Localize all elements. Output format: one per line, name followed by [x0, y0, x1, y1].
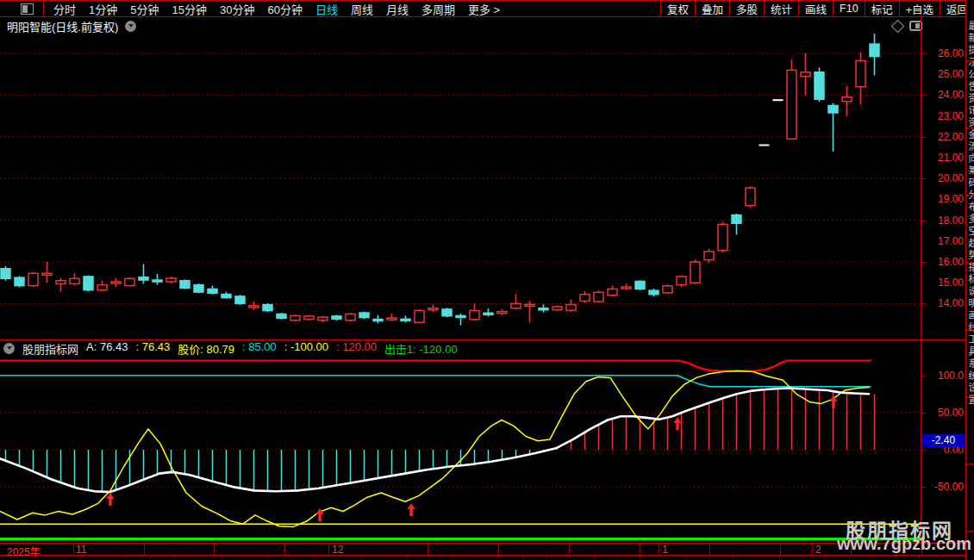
tool-item-2[interactable]: 多股	[729, 1, 764, 16]
month-label: 2	[815, 544, 821, 556]
date-tick	[214, 544, 215, 555]
period-item-8[interactable]: 月线	[386, 1, 409, 17]
period-item-2[interactable]: 5分钟	[130, 1, 159, 17]
main-candle-chart[interactable]	[0, 33, 921, 340]
tool-item-5[interactable]: F10	[833, 1, 865, 16]
date-tick	[498, 544, 499, 555]
price-label: 22.00	[924, 131, 964, 143]
indicator-values: A: 76.43: 76.43股价: 80.79: 85.00: -100.00…	[86, 340, 458, 357]
period-item-9[interactable]: 多周期	[421, 1, 455, 17]
date-tick	[780, 544, 781, 555]
indicator-axis-label: 50.00	[924, 407, 964, 419]
month-label: 11	[76, 544, 86, 556]
price-label: 26.00	[924, 47, 964, 59]
app-window: 分时1分钟5分钟15分钟30分钟60分钟日线周线月线多周期更多 > 复权叠加多股…	[0, 0, 974, 560]
date-tick	[812, 544, 813, 555]
sidebar-divider	[965, 531, 974, 532]
price-label: 16.00	[924, 256, 964, 268]
period-item-3[interactable]: 15分钟	[172, 1, 206, 17]
top-toolbar: 分时1分钟5分钟15分钟30分钟60分钟日线周线月线多周期更多 > 复权叠加多股…	[0, 0, 974, 17]
sidebar-vertical-text: 最新提示公告资讯资金流向筹码分布多空趋势指标说明画线工具系统设置	[967, 21, 974, 555]
panel-toggle-icon[interactable]	[21, 3, 34, 15]
price-label: 19.00	[924, 193, 964, 205]
period-item-10[interactable]: 更多 >	[468, 1, 500, 17]
tool-item-3[interactable]: 统计	[764, 1, 798, 16]
sidebar-divider	[965, 60, 974, 61]
date-tick	[144, 544, 145, 555]
indicator-value-5: : 120.00	[336, 340, 377, 357]
sidebar-divider	[965, 128, 974, 128]
period-menu: 分时1分钟5分钟15分钟30分钟60分钟日线周线月线多周期更多 >	[0, 1, 500, 17]
tools-menu: 复权叠加多股统计画线F10标记+自选返回	[660, 1, 974, 16]
price-label: 18.00	[924, 215, 964, 227]
indicator-value-4: : -100.00	[284, 340, 328, 357]
toolbar-divider	[43, 2, 44, 17]
period-item-4[interactable]: 30分钟	[220, 1, 254, 17]
date-tick	[284, 544, 285, 555]
period-item-6[interactable]: 日线	[315, 1, 338, 17]
title-bar: 明阳智能(日线.前复权)	[0, 17, 965, 34]
indicator-axis-label: -50.00	[924, 481, 964, 493]
price-label: 14.00	[924, 297, 964, 309]
sidebar-divider	[965, 396, 974, 397]
indicator-value-3: : 85.00	[242, 340, 277, 357]
value-badge: -2.40	[922, 434, 965, 447]
period-item-1[interactable]: 1分钟	[89, 1, 117, 17]
price-label: 21.00	[924, 152, 964, 164]
month-label: 12	[332, 544, 343, 556]
price-label: 23.00	[924, 110, 964, 122]
tool-item-7[interactable]: +自选	[899, 1, 940, 16]
tool-item-4[interactable]: 画线	[798, 1, 833, 16]
date-tick	[640, 544, 640, 555]
indicator-chart[interactable]	[0, 357, 921, 543]
sidebar-divider	[965, 262, 974, 263]
tool-item-6[interactable]: 标记	[865, 1, 899, 16]
date-tick	[659, 544, 659, 555]
sidebar-divider	[965, 464, 974, 464]
date-tick	[709, 544, 710, 555]
indicator-header: 股朋指标网 A: 76.43: 76.43股价: 80.79: 85.00: -…	[0, 341, 921, 356]
bottom-scroll-strip[interactable]	[0, 557, 965, 560]
date-tick	[569, 544, 570, 555]
stock-title: 明阳智能(日线.前复权)	[0, 18, 118, 34]
indicator-source: 股朋指标网	[22, 340, 78, 357]
indicator-value-2: 股价: 80.79	[178, 340, 234, 357]
chevron-down-icon[interactable]	[125, 21, 136, 32]
price-label: 17.00	[924, 235, 964, 247]
price-label: 20.00	[924, 172, 964, 184]
sidebar-divider	[965, 329, 974, 330]
indicator-axis-label: 100.0	[924, 370, 964, 382]
price-label: 15.00	[924, 277, 964, 289]
tool-item-1[interactable]: 叠加	[695, 1, 729, 16]
indicator-value-0: A: 76.43	[86, 340, 128, 357]
indicator-value-6: 出击1: -120.00	[384, 340, 458, 357]
right-sidebar[interactable]: 最新提示公告资讯资金流向筹码分布多空趋势指标说明画线工具系统设置	[965, 0, 974, 560]
chevron-down-icon[interactable]	[3, 343, 15, 354]
indicator-value-1: : 76.43	[135, 340, 170, 357]
date-tick	[73, 544, 74, 555]
sidebar-divider	[965, 195, 974, 196]
month-label: 1	[662, 544, 668, 556]
period-item-5[interactable]: 60分钟	[267, 1, 302, 17]
tool-item-0[interactable]: 复权	[660, 1, 695, 16]
period-item-7[interactable]: 周线	[351, 1, 373, 17]
date-tick	[428, 544, 428, 555]
date-tick	[328, 544, 329, 555]
watermark-url: www.7gpzb.com	[837, 534, 971, 554]
axis-border	[921, 17, 921, 556]
diamond-icon[interactable]	[891, 19, 905, 33]
price-label: 25.00	[924, 68, 964, 80]
period-item-0[interactable]: 分时	[53, 1, 76, 17]
price-label: 24.00	[924, 89, 964, 101]
